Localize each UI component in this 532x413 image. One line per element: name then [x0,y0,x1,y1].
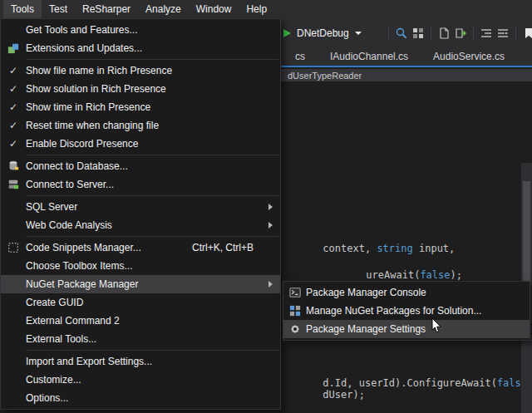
bookmark-icon[interactable] [520,25,532,42]
menu-item-show-solution-rich-presence[interactable]: ✓ Show solution in Rich Presence [1,80,280,98]
checkmark-icon: ✓ [9,138,17,150]
tab-audioservice[interactable]: AudioService.cs [421,48,517,66]
checkmark-icon: ✓ [9,65,17,76]
menu-item-connect-to-database[interactable]: Connect to Database... [1,157,280,175]
menu-help[interactable]: Help [239,0,274,18]
menu-item-options[interactable]: Options... [1,389,280,407]
menu-item-package-manager-settings[interactable]: Package Manager Settings [283,320,530,338]
menu-item-enable-discord-presence[interactable]: ✓ Enable Discord Presence [1,135,280,153]
code-keyword: false [420,269,450,281]
go-to-file-icon[interactable] [452,25,469,42]
extensions-icon [1,42,26,54]
menu-item-show-file-name-rich-presence[interactable]: ✓ Show file name in Rich Presence [1,61,280,80]
manage-packages-icon [283,305,306,317]
menu-item-web-code-analysis[interactable]: Web Code Analysis [1,216,280,234]
nuget-package-manager-submenu: Package Manager Console Manage NuGet Pac… [283,281,530,341]
indent-icon[interactable] [495,25,511,42]
menu-item-label: External Tools... [26,333,280,345]
code-text: dUser); [323,389,365,401]
toolbar-separator [473,27,474,40]
menu-item-label: Connect to Database... [26,160,280,172]
toolbar-separator [388,27,389,40]
menu-item-reset-time-when-changing-file[interactable]: ✓ Reset time when changing file [1,116,280,135]
menu-item-label: Code Snippets Manager... [26,242,192,253]
menu-item-label: External Command 2 [26,315,280,327]
submenu-arrow-icon [268,281,273,288]
menu-item-get-tools-and-features[interactable]: Get Tools and Features... [1,21,280,39]
menu-item-label: Package Manager Console [306,287,530,298]
menu-item-import-export-settings[interactable]: Import and Export Settings... [1,352,280,371]
menu-gutter: ✓ [1,120,26,131]
menu-item-label: Options... [26,392,280,404]
code-keyword: string [377,243,412,254]
code-text: context, [323,243,377,254]
checkmark-icon: ✓ [9,120,17,131]
debug-target-selector[interactable]: DNetDebug [297,27,349,39]
gear-icon [283,323,306,335]
menu-separator [26,155,278,155]
menu-item-label: Reset time when changing file [26,120,280,131]
menu-item-sql-server[interactable]: SQL Server [1,198,280,216]
menu-item-label: Import and Export Settings... [26,356,280,367]
menu-item-code-snippets-manager[interactable]: Code Snippets Manager... Ctrl+K, Ctrl+B [1,238,280,257]
menu-shortcut: Ctrl+K, Ctrl+B [192,242,254,253]
menu-item-label: Enable Discord Presence [26,138,280,150]
unindent-icon[interactable] [478,25,495,42]
toolbar-content: DNetDebug [283,25,532,42]
menu-item-label: Manage NuGet Packages for Solution... [306,305,530,317]
tools-menu: Get Tools and Features... Extensions and… [0,18,281,410]
window-grid-icon[interactable] [410,25,426,42]
toolbar-separator [515,27,516,40]
menu-item-show-time-rich-presence[interactable]: ✓ Show time in Rich Presence [1,98,280,116]
menu-separator [26,195,278,196]
code-text: ureAwait( [366,269,420,281]
breadcrumb-member[interactable]: dUserTypeReader [288,71,362,81]
menu-item-label: Create GUID [26,297,280,308]
menu-item-connect-to-server[interactable]: Connect to Server... [1,175,280,194]
menu-analyze[interactable]: Analyze [138,0,189,18]
menu-resharper[interactable]: ReSharper [75,0,138,18]
console-icon [283,287,306,298]
code-line: se); [287,401,347,413]
menu-item-customize[interactable]: Customize... [1,371,280,389]
menu-tools[interactable]: Tools [3,0,42,18]
checkmark-icon: ✓ [9,83,17,95]
database-icon [1,160,26,172]
menu-item-manage-nuget-packages-for-solution[interactable]: Manage NuGet Packages for Solution... [283,302,530,320]
menu-gutter: ✓ [1,138,26,150]
toolbar-separator [431,27,431,40]
menu-window[interactable]: Window [189,0,239,18]
server-icon [1,179,26,190]
menu-item-label: Customize... [26,374,280,386]
code-text: ); [451,269,462,281]
start-debug-icon[interactable] [283,29,291,37]
menu-item-label: Show time in Rich Presence [26,101,280,113]
menu-item-extensions-and-updates[interactable]: Extensions and Updates... [1,39,280,57]
submenu-arrow-icon [268,222,273,229]
menu-item-label: Get Tools and Features... [26,24,280,36]
menu-item-label: NuGet Package Manager [26,278,280,290]
menu-bar: Tools Test ReSharper Analyze Window Help [0,0,532,18]
menu-item-external-tools[interactable]: External Tools... [1,330,280,348]
menu-item-choose-toolbox-items[interactable]: Choose Toolbox Items... [1,257,280,275]
new-file-icon[interactable] [436,25,452,42]
menu-item-nuget-package-manager[interactable]: NuGet Package Manager [1,275,280,293]
menu-gutter: ✓ [1,83,26,95]
checkmark-icon: ✓ [9,101,17,113]
menu-test[interactable]: Test [42,0,75,18]
tab-partial[interactable]: cs [283,48,318,66]
menu-item-label: Show file name in Rich Presence [26,65,280,76]
menu-item-package-manager-console[interactable]: Package Manager Console [283,283,530,302]
menu-item-external-command-2[interactable]: External Command 2 [1,312,280,330]
tab-iaudiochannel[interactable]: IAudioChannel.cs [318,48,421,66]
find-icon[interactable] [393,25,410,42]
menu-item-label: Extensions and Updates... [26,42,280,54]
menu-item-create-guid[interactable]: Create GUID [1,293,280,312]
menu-separator [26,59,278,60]
menu-item-label: Choose Toolbox Items... [26,260,280,272]
menu-gutter: ✓ [1,65,26,76]
menu-item-label: Package Manager Settings [306,323,530,335]
chevron-down-icon[interactable] [355,32,362,35]
submenu-arrow-icon [268,204,273,210]
code-text: input, [413,243,456,254]
